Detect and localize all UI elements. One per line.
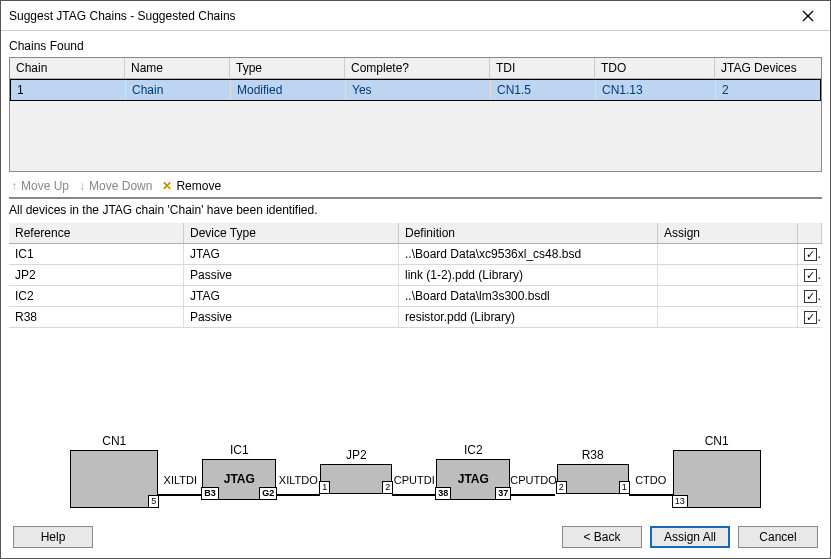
node-label: JP2 [346, 448, 367, 462]
cell-devices: 2 [716, 80, 820, 100]
remove-icon [162, 179, 172, 193]
col-name[interactable]: Name [125, 58, 230, 78]
chains-found-label: Chains Found [9, 39, 822, 53]
col-assign[interactable]: Assign [658, 223, 798, 243]
diagram-node: JP212 [320, 448, 392, 494]
pin: 5 [148, 495, 159, 508]
cell-tdi: CN1.5 [491, 80, 596, 100]
col-assign-chk [798, 223, 822, 243]
assign-checkbox[interactable] [804, 290, 817, 303]
col-tdo[interactable]: TDO [595, 58, 715, 78]
chains-header: Chain Name Type Complete? TDI TDO JTAG D… [10, 58, 821, 79]
diagram-wire: XILTDO [276, 446, 320, 496]
pin: 1 [319, 481, 330, 494]
device-row[interactable]: JP2 Passive link (1-2).pdd (Library) [9, 265, 822, 286]
move-down-button[interactable]: ↓Move Down [79, 179, 152, 193]
cell-chain: 1 [11, 80, 126, 100]
node-label: CN1 [705, 434, 729, 448]
node-box: 12 [320, 464, 392, 494]
diagram-node: IC1JTAGB3G2 [202, 443, 276, 500]
close-icon [802, 10, 814, 22]
move-up-button[interactable]: ↑Move Up [11, 179, 69, 193]
status-message: All devices in the JTAG chain 'Chain' ha… [9, 199, 822, 223]
node-box: 21 [557, 464, 629, 494]
assign-checkbox[interactable] [804, 311, 817, 324]
node-label: R38 [582, 448, 604, 462]
diagram-wire: CTDO [629, 446, 673, 496]
device-row[interactable]: IC2 JTAG ..\Board Data\lm3s300.bsdl [9, 286, 822, 307]
pin: 1 [619, 481, 630, 494]
wire-label: CPUTDO [510, 474, 556, 486]
diagram-node: R3821 [557, 448, 629, 494]
pin: B3 [201, 487, 219, 500]
node-box: 5 [70, 450, 158, 508]
node-box: 13 [673, 450, 761, 508]
remove-button[interactable]: Remove [162, 179, 221, 193]
pin: 37 [495, 487, 511, 500]
back-button[interactable]: < Back [562, 526, 642, 548]
wire-label: XILTDI [164, 474, 197, 486]
node-label: CN1 [102, 434, 126, 448]
wire-label: CTDO [635, 474, 666, 486]
node-label: IC2 [464, 443, 483, 457]
cell-type: Modified [231, 80, 346, 100]
assign-checkbox[interactable] [804, 248, 817, 261]
pin: 2 [382, 481, 393, 494]
device-row[interactable]: IC1 JTAG ..\Board Data\xc9536xl_cs48.bsd [9, 244, 822, 265]
col-complete[interactable]: Complete? [345, 58, 490, 78]
col-device-type[interactable]: Device Type [184, 223, 399, 243]
cell-complete: Yes [346, 80, 491, 100]
window-title: Suggest JTAG Chains - Suggested Chains [9, 9, 236, 23]
wire-label: XILTDO [279, 474, 318, 486]
assign-all-button[interactable]: Assign All [650, 526, 730, 548]
node-box: JTAG3837 [436, 459, 510, 500]
col-reference[interactable]: Reference [9, 223, 184, 243]
dialog-window: Suggest JTAG Chains - Suggested Chains C… [0, 0, 831, 559]
arrow-down-icon: ↓ [79, 179, 85, 193]
pin: 2 [556, 481, 567, 494]
help-button[interactable]: Help [13, 526, 93, 548]
diagram-node: CN15 [70, 434, 158, 508]
diagram-node: CN113 [673, 434, 761, 508]
diagram-node: IC2JTAG3837 [436, 443, 510, 500]
close-button[interactable] [786, 1, 830, 30]
arrow-up-icon: ↑ [11, 179, 17, 193]
diagram-wire: XILTDI [158, 446, 202, 496]
wire-label: CPUTDI [394, 474, 435, 486]
cancel-button[interactable]: Cancel [738, 526, 818, 548]
chains-table: Chain Name Type Complete? TDI TDO JTAG D… [9, 57, 822, 172]
col-definition[interactable]: Definition [399, 223, 658, 243]
chain-diagram: CN15XILTDIIC1JTAGB3G2XILTDOJP212CPUTDIIC… [9, 328, 822, 520]
col-chain[interactable]: Chain [10, 58, 125, 78]
pin: 13 [672, 495, 688, 508]
diagram-wire: CPUTDI [392, 446, 436, 496]
node-label: IC1 [230, 443, 249, 457]
bottom-bar: Help < Back Assign All Cancel [9, 520, 822, 550]
col-type[interactable]: Type [230, 58, 345, 78]
chains-toolbar: ↑Move Up ↓Move Down Remove [9, 175, 822, 199]
col-devices[interactable]: JTAG Devices [715, 58, 821, 78]
devices-header: Reference Device Type Definition Assign [9, 223, 822, 244]
titlebar: Suggest JTAG Chains - Suggested Chains [1, 1, 830, 31]
diagram-wire: CPUTDO [510, 446, 556, 496]
pin: 38 [435, 487, 451, 500]
chain-row[interactable]: 1 Chain Modified Yes CN1.5 CN1.13 2 [10, 79, 821, 101]
col-tdi[interactable]: TDI [490, 58, 595, 78]
pin: G2 [259, 487, 277, 500]
devices-table: Reference Device Type Definition Assign … [9, 223, 822, 328]
cell-tdo: CN1.13 [596, 80, 716, 100]
device-row[interactable]: R38 Passive resistor.pdd (Library) [9, 307, 822, 328]
assign-checkbox[interactable] [804, 269, 817, 282]
node-box: JTAGB3G2 [202, 459, 276, 500]
cell-name: Chain [126, 80, 231, 100]
